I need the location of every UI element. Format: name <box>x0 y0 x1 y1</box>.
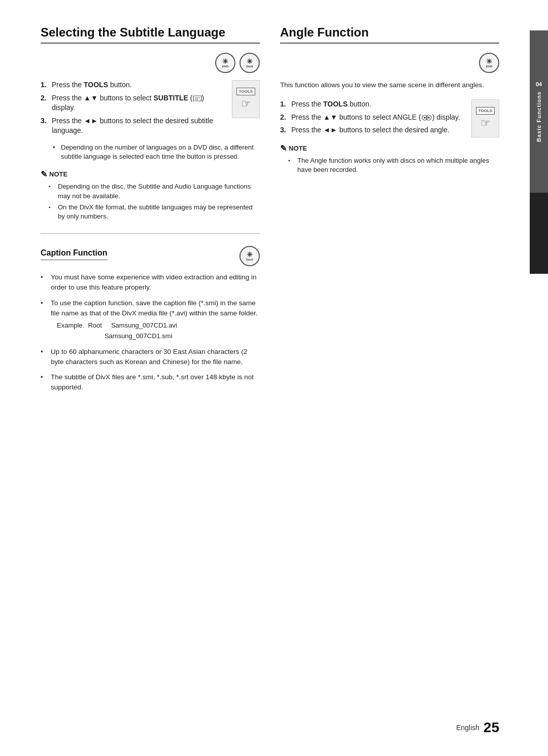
right-step-1: 1. Press the TOOLS button. <box>280 99 465 110</box>
right-note-header: ✎ NOTE <box>280 143 499 153</box>
left-steps: 1. Press the TOOLS button. 2. Press the … <box>41 80 260 136</box>
dvd-icon-right: ✳ DVD <box>479 53 499 73</box>
footer-page: 25 <box>484 719 499 736</box>
side-tab-dark <box>530 193 548 274</box>
right-intro: This function allows you to view the sam… <box>280 80 499 90</box>
left-section-title: Selecting the Subtitle Language <box>41 25 260 44</box>
sub-bullet: Depending on the number of languages on … <box>53 143 260 161</box>
main-content: Selecting the Subtitle Language ✳ DVD ✳ … <box>0 0 530 756</box>
note-item-1: Depending on the disc, the Subtitle and … <box>49 182 260 200</box>
right-icon-row: ✳ DVD <box>280 53 499 73</box>
right-column: Angle Function ✳ DVD This function allow… <box>280 25 499 398</box>
svg-point-5 <box>424 117 426 119</box>
left-column: Selecting the Subtitle Language ✳ DVD ✳ … <box>41 25 260 398</box>
caption-bullet-4: The subtitle of DivX files are *.smi, *.… <box>41 372 260 393</box>
right-note-item-1: The Angle function works only with discs… <box>288 156 499 174</box>
chapter-label: Basic Functions <box>536 91 542 142</box>
svg-point-6 <box>428 117 430 119</box>
example-text: Example. Root Samsung_007CD1.avi Samsung… <box>57 320 260 342</box>
divx-icon-btn: ✳ DivX <box>239 53 260 73</box>
footer-text: English <box>456 724 480 732</box>
caption-bullets: You must have some experience with video… <box>41 272 260 393</box>
tools-image-right: TOOLS ☞ <box>471 99 499 137</box>
right-steps: 1. Press the TOOLS button. 2. Press the … <box>280 99 499 135</box>
caption-bullet-1: You must have some experience with video… <box>41 272 260 293</box>
note-item-2: On the DivX file format, the subtitle la… <box>49 203 260 221</box>
two-columns: Selecting the Subtitle Language ✳ DVD ✳ … <box>41 25 499 398</box>
dvd-icon-btn: ✳ DVD <box>215 53 235 73</box>
svg-rect-0 <box>193 96 201 101</box>
right-step-3: 3. Press the ◄► buttons to select the de… <box>280 125 465 135</box>
left-icon-row: ✳ DVD ✳ DivX <box>41 53 260 73</box>
page-footer: English 25 <box>456 719 499 736</box>
left-note-header: ✎ NOTE <box>41 169 260 179</box>
step-3: 3. Press the ◄► buttons to select the de… <box>41 116 226 136</box>
chapter-number: 04 <box>536 81 542 87</box>
caption-bullet-3: Up to 60 alphanumeric characters or 30 E… <box>41 347 260 368</box>
step-2: 2. Press the ▲▼ buttons to select SUBTIT… <box>41 93 226 113</box>
left-divider <box>41 233 260 234</box>
caption-bullet-2: To use the caption function, save the ca… <box>41 298 260 342</box>
divx-caption-icon: ✳ DivX <box>239 246 260 266</box>
left-note: ✎ NOTE Depending on the disc, the Subtit… <box>41 169 260 221</box>
caption-title: Caption Function <box>41 248 108 260</box>
tools-image: TOOLS ☞ <box>232 80 260 118</box>
right-step-2: 2. Press the ▲▼ buttons to select ANGLE … <box>280 113 465 123</box>
right-note: ✎ NOTE The Angle function works only wit… <box>280 143 499 174</box>
caption-section: Caption Function ✳ DivX You must have so… <box>41 246 260 393</box>
side-tab: 04 Basic Functions <box>530 30 548 193</box>
right-section-title: Angle Function <box>280 25 499 44</box>
step-1: 1. Press the TOOLS button. <box>41 80 226 90</box>
